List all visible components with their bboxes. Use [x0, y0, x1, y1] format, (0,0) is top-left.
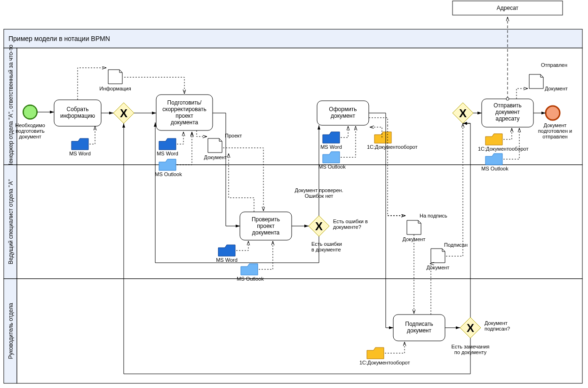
folder-1c-6-label: 1С:Документооборот [359, 360, 410, 365]
external-pool-label: Адресат [497, 5, 519, 11]
gateway-signed-q-l1: Документ [485, 320, 508, 326]
folder-outlook-5-label: MS Outlook [237, 276, 264, 282]
task-send-doc-l1: Отправить [493, 102, 522, 109]
folder-1c-4-label: 1С:Документооборот [478, 146, 528, 152]
gateway-signed-x: X [467, 322, 474, 334]
svg-text:Есть ошибкив документе: Есть ошибкив документе [311, 241, 342, 252]
task-check-doc-l1: Проверить [252, 216, 280, 223]
task-prepare-doc-l1: Подготовить/ [167, 99, 202, 106]
task-sign-doc-l1: Подписать [405, 321, 433, 327]
end-event-l1: Документ [544, 122, 567, 128]
data-project-doc-label: Документ [204, 154, 227, 160]
folder-outlook-4-label: MS Outlook [481, 166, 509, 171]
lane3-label: Руководитель отдела [8, 303, 14, 359]
svg-text:Оформитьдокумент: Оформитьдокумент [329, 106, 357, 119]
end-event [546, 106, 560, 120]
start-event-label-1: Необходимо [15, 122, 45, 128]
gateway-errors-yes-l1: Есть ошибки [311, 241, 342, 247]
task-collect-info-l1: Собрать [66, 106, 88, 113]
start-event-fill [24, 105, 37, 119]
task-format-doc-l1: Оформить [329, 106, 357, 113]
lane2-body [17, 165, 582, 279]
lane2-label: Ведущий специалист отдела "А" [8, 179, 14, 264]
bpmn-diagram: Адресат Пример модели в нотации BPMN Мен… [0, 0, 588, 388]
data-sign-state: На подпись [420, 213, 447, 218]
folder-word-1-label: MS Word [69, 151, 91, 156]
svg-text:Отправитьдокументадресату: Отправитьдокументадресату [493, 102, 522, 122]
folder-word-3-label: MS Word [320, 144, 342, 150]
folder-1c-3-label: 1С:Документооборот [367, 144, 417, 150]
svg-text:Документподписан?: Документподписан? [485, 320, 510, 331]
svg-text:Необходимоподготовитьдокумент: Необходимоподготовитьдокумент [15, 122, 45, 139]
svg-text:Подписатьдокумент: Подписатьдокумент [405, 321, 433, 334]
data-signed-state: Подписан [444, 242, 468, 248]
lane1-label: Менеджер отдела "А", ответственный за чт… [8, 44, 14, 168]
pool-title: Пример модели в нотации BPMN [8, 35, 110, 42]
folder-word-2-label: MS Word [157, 151, 178, 156]
gateway-merge-1-x: X [120, 107, 127, 120]
folder-outlook-2-label: MS Outlook [155, 171, 182, 177]
folder-word-5-label: MS Word [216, 257, 238, 263]
data-project-state: Проект [225, 133, 242, 138]
gateway-errors-q-l1: Есть ошибки в [333, 218, 368, 224]
folder-outlook-3-label: MS Outlook [318, 164, 346, 170]
data-signed-doc-label: Документ [427, 265, 450, 270]
gateway-errors-x: X [315, 220, 323, 233]
data-sent-state: Отправлен [541, 62, 567, 68]
data-sent-doc-label: Документ [545, 86, 568, 91]
gateway-merge-2-x: X [459, 107, 467, 120]
data-info-label: Информация [99, 86, 131, 91]
